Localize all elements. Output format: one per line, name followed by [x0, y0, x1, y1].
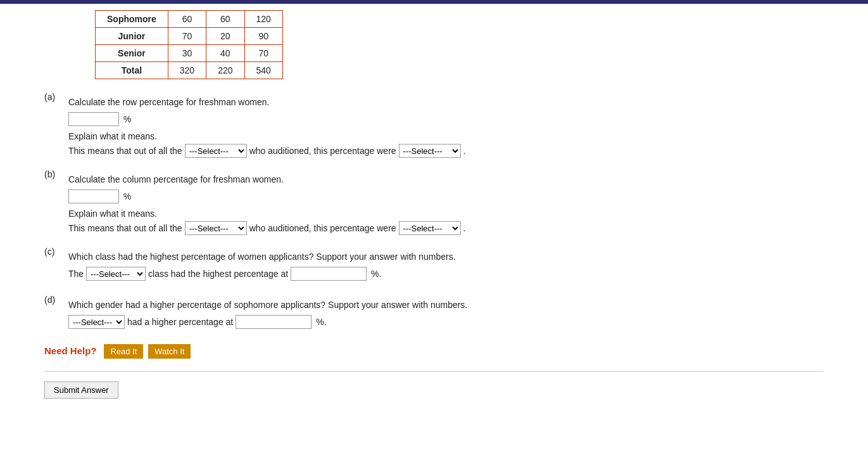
cell-senior-col1: 30	[168, 45, 206, 62]
need-help-label: Need Help?	[44, 345, 97, 356]
section-d-pct-label: %.	[316, 317, 326, 327]
row-label-junior: Junior	[96, 28, 168, 45]
section-b-this-means-text: This means that out of all the	[68, 223, 182, 233]
section-d-question: Which gender had a higher percentage of …	[68, 300, 467, 310]
data-table: Sophomore 60 60 120 Junior 70 20 90 Seni…	[95, 10, 283, 79]
content: Sophomore 60 60 120 Junior 70 20 90 Seni…	[0, 4, 868, 411]
section-a-explain: Explain what it means.	[68, 131, 466, 141]
section-c-content: Which class had the highest percentage o…	[68, 247, 456, 283]
section-a-select2[interactable]: ---Select--- freshmen sophomores juniors…	[399, 144, 461, 158]
need-help-section: Need Help? Read It Watch It	[44, 344, 824, 359]
section-d-answer-row: ---Select--- Men Women had a higher perc…	[68, 315, 467, 329]
section-d-content: Which gender had a higher percentage of …	[68, 295, 467, 331]
section-d-pct-input[interactable]	[236, 315, 311, 329]
section-b-pct-label: %	[123, 191, 131, 202]
cell-junior-col2: 20	[206, 28, 244, 45]
section-a-who-auditioned: who auditioned, this percentage were	[249, 146, 396, 156]
section-d-label: (d)	[44, 295, 63, 305]
section-c-label: (c)	[44, 247, 63, 257]
section-a-this-means: This means that out of all the ---Select…	[68, 144, 466, 158]
section-c-class-select[interactable]: ---Select--- Freshman Sophomore Junior S…	[86, 267, 146, 281]
cell-total-col3: 540	[244, 62, 282, 79]
read-it-button[interactable]: Read It	[104, 344, 143, 359]
cell-senior-col3: 70	[244, 45, 282, 62]
section-a-answer-input[interactable]	[68, 112, 119, 126]
page-wrapper: Sophomore 60 60 120 Junior 70 20 90 Seni…	[0, 0, 868, 455]
section-a-period: .	[463, 146, 466, 156]
section-d-had-label: had a higher percentage at	[127, 317, 233, 327]
watch-it-button[interactable]: Watch It	[148, 344, 191, 359]
cell-total-col1: 320	[168, 62, 206, 79]
section-a-pct-label: %	[123, 114, 131, 124]
bottom-divider	[44, 371, 824, 372]
section-b: (b) Calculate the column percentage for …	[44, 169, 824, 235]
section-b-this-means: This means that out of all the ---Select…	[68, 221, 466, 235]
row-label-senior: Senior	[96, 45, 168, 62]
cell-senior-col2: 40	[206, 45, 244, 62]
section-d: (d) Which gender had a higher percentage…	[44, 295, 824, 331]
cell-sophomore-col1: 60	[168, 11, 206, 28]
section-a-this-means-text: This means that out of all the	[68, 146, 182, 156]
table-row: Senior 30 40 70	[96, 45, 283, 62]
section-c-pct-label: %.	[371, 269, 381, 279]
section-c-question: Which class had the highest percentage o…	[68, 252, 456, 262]
submit-answer-button[interactable]: Submit Answer	[44, 381, 118, 399]
section-b-answer-input[interactable]	[68, 189, 119, 203]
cell-total-col2: 220	[206, 62, 244, 79]
section-a-input-row: %	[68, 112, 466, 126]
section-b-who-auditioned: who auditioned, this percentage were	[249, 223, 396, 233]
cell-sophomore-col2: 60	[206, 11, 244, 28]
cell-sophomore-col3: 120	[244, 11, 282, 28]
section-c: (c) Which class had the highest percenta…	[44, 247, 824, 283]
section-c-class-label: class had the highest percentage at	[148, 269, 288, 279]
section-b-select2[interactable]: ---Select--- freshmen sophomores juniors…	[399, 221, 461, 235]
section-b-explain: Explain what it means.	[68, 208, 466, 219]
section-c-the-label: The	[68, 269, 84, 279]
section-d-gender-select[interactable]: ---Select--- Men Women	[68, 315, 125, 329]
section-b-input-row: %	[68, 189, 466, 203]
section-a: (a) Calculate the row percentage for fre…	[44, 92, 824, 158]
row-label-total: Total	[96, 62, 168, 79]
table-row: Junior 70 20 90	[96, 28, 283, 45]
section-a-question: Calculate the row percentage for freshma…	[68, 97, 466, 107]
table-row: Sophomore 60 60 120	[96, 11, 283, 28]
row-label-sophomore: Sophomore	[96, 11, 168, 28]
section-c-answer-row: The ---Select--- Freshman Sophomore Juni…	[68, 267, 456, 281]
section-a-select1[interactable]: ---Select--- freshmen sophomores juniors…	[185, 144, 247, 158]
section-b-question: Calculate the column percentage for fres…	[68, 174, 466, 184]
section-b-period: .	[463, 223, 466, 233]
cell-junior-col3: 90	[244, 28, 282, 45]
section-c-pct-input[interactable]	[291, 267, 367, 281]
section-b-content: Calculate the column percentage for fres…	[68, 169, 466, 235]
section-b-select1[interactable]: ---Select--- freshmen sophomores juniors…	[185, 221, 247, 235]
cell-junior-col1: 70	[168, 28, 206, 45]
section-a-label: (a)	[44, 92, 63, 102]
submit-row: Submit Answer	[44, 381, 824, 399]
table-row: Total 320 220 540	[96, 62, 283, 79]
section-a-content: Calculate the row percentage for freshma…	[68, 92, 466, 158]
section-b-label: (b)	[44, 169, 63, 179]
